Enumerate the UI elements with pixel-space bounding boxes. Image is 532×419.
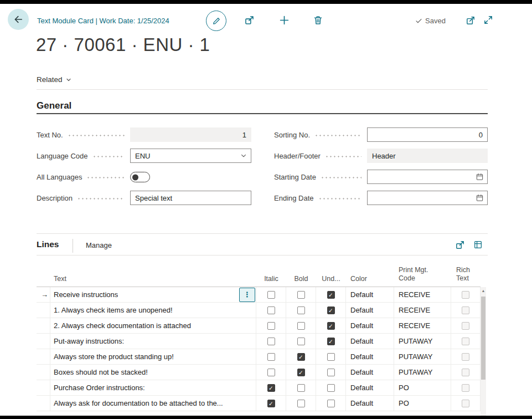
print-mgt-code-cell[interactable]: PUTAWAY (394, 365, 451, 380)
bold-checkbox[interactable] (297, 338, 305, 345)
starting-date-field[interactable] (367, 170, 488, 184)
table-row[interactable]: 1. Always check items are unopened!Defau… (37, 303, 481, 318)
expand-button[interactable] (483, 15, 493, 25)
row-selector-cell[interactable] (37, 380, 50, 396)
table-row[interactable]: Always ask for documentation to be attac… (37, 396, 481, 411)
print-mgt-code-cell[interactable]: RECEIVE (394, 303, 451, 318)
bold-checkbox[interactable] (297, 384, 305, 392)
print-mgt-code-cell[interactable]: PO (394, 396, 451, 411)
bold-checkbox[interactable] (297, 400, 305, 407)
row-selector-cell[interactable] (37, 396, 50, 411)
line-text-cell[interactable]: Purchase Order instructions: (50, 380, 256, 396)
back-button[interactable] (8, 9, 29, 30)
open-in-excel-button[interactable] (473, 240, 483, 249)
color-cell[interactable]: Default (346, 287, 394, 303)
print-mgt-code-cell[interactable]: PUTAWAY (394, 334, 451, 349)
column-header-rich-text[interactable]: Rich Text (451, 256, 481, 287)
color-cell[interactable]: Default (346, 365, 394, 380)
bold-checkbox[interactable] (297, 353, 305, 361)
calendar-icon[interactable] (476, 173, 484, 181)
color-cell[interactable]: Default (346, 318, 394, 334)
rich-text-checkbox[interactable] (462, 306, 469, 314)
italic-checkbox[interactable] (267, 322, 275, 330)
italic-checkbox[interactable] (267, 338, 275, 345)
row-selector-cell[interactable] (37, 318, 50, 334)
table-row[interactable]: →Receive instructions⋮DefaultRECEIVE (37, 287, 481, 303)
italic-checkbox[interactable] (267, 353, 275, 361)
description-field[interactable]: Special text (130, 191, 251, 205)
table-row[interactable]: Always store the product standing up!Def… (37, 349, 481, 365)
underline-checkbox[interactable] (327, 306, 335, 314)
manage-menu[interactable]: Manage (86, 241, 112, 249)
scrollbar-thumb[interactable] (481, 297, 485, 380)
italic-checkbox[interactable] (267, 291, 275, 299)
bold-checkbox[interactable] (297, 369, 305, 376)
row-selector-cell[interactable] (37, 349, 50, 365)
table-row[interactable]: 2. Always check documentation is attache… (37, 318, 481, 334)
column-header-print-mgt-code[interactable]: Print Mgt. Code (394, 256, 451, 287)
column-header-text[interactable]: Text (50, 256, 256, 287)
line-text-cell[interactable]: 1. Always check items are unopened! (50, 303, 256, 318)
row-selector-cell[interactable]: → (37, 287, 50, 303)
color-cell[interactable]: Default (346, 396, 394, 411)
color-cell[interactable]: Default (346, 380, 394, 396)
sorting-no-field[interactable]: 0 (367, 127, 488, 142)
rich-text-checkbox[interactable] (462, 322, 469, 330)
table-scrollbar[interactable]: ▲ (481, 287, 486, 416)
row-selector-cell[interactable] (37, 303, 50, 318)
color-cell[interactable]: Default (346, 349, 394, 365)
print-mgt-code-cell[interactable]: RECEIVE (394, 287, 451, 303)
underline-checkbox[interactable] (327, 400, 335, 407)
line-text-cell[interactable]: Boxes should not be stacked! (50, 365, 256, 380)
table-row[interactable]: Purchase Order instructions:DefaultPO (37, 380, 481, 396)
underline-checkbox[interactable] (327, 353, 335, 361)
rich-text-checkbox[interactable] (462, 291, 469, 299)
scroll-up-icon[interactable]: ▲ (481, 289, 486, 293)
row-selector-cell[interactable] (37, 334, 50, 349)
row-options-button[interactable]: ⋮ (239, 288, 255, 302)
italic-checkbox[interactable] (267, 369, 275, 376)
edit-button[interactable] (206, 11, 226, 31)
underline-checkbox[interactable] (327, 338, 335, 345)
open-in-new-window-button[interactable] (466, 16, 476, 25)
italic-checkbox[interactable] (267, 306, 275, 314)
underline-checkbox[interactable] (327, 384, 335, 392)
rich-text-checkbox[interactable] (462, 369, 469, 376)
underline-checkbox[interactable] (327, 369, 335, 376)
new-button[interactable] (279, 15, 290, 25)
share-button[interactable] (244, 15, 255, 25)
row-selector-cell[interactable] (37, 365, 50, 380)
line-text-cell[interactable]: Receive instructions⋮ (50, 287, 256, 303)
line-text-cell[interactable]: 2. Always check documentation is attache… (50, 318, 256, 334)
bold-checkbox[interactable] (297, 322, 305, 330)
column-header-color[interactable]: Color (346, 256, 394, 287)
all-languages-toggle[interactable] (130, 172, 150, 182)
color-cell[interactable]: Default (346, 334, 394, 349)
delete-button[interactable] (313, 15, 323, 25)
rich-text-checkbox[interactable] (462, 400, 469, 407)
rich-text-checkbox[interactable] (462, 338, 469, 345)
calendar-icon[interactable] (476, 194, 484, 202)
italic-checkbox[interactable] (267, 400, 275, 407)
column-header-bold[interactable]: Bold (286, 256, 316, 287)
print-mgt-code-cell[interactable]: PUTAWAY (394, 349, 451, 365)
lines-share-button[interactable] (455, 240, 465, 250)
column-header-italic[interactable]: Italic (256, 256, 286, 287)
table-row[interactable]: Boxes should not be stacked!DefaultPUTAW… (37, 365, 481, 380)
table-row[interactable]: Put-away instructions:DefaultPUTAWAY (37, 334, 481, 349)
related-menu[interactable]: Related (37, 75, 72, 84)
color-cell[interactable]: Default (346, 303, 394, 318)
column-header-underline[interactable]: Und... (316, 256, 346, 287)
print-mgt-code-cell[interactable]: PO (394, 380, 451, 396)
print-mgt-code-cell[interactable]: RECEIVE (394, 318, 451, 334)
rich-text-checkbox[interactable] (462, 353, 469, 361)
italic-checkbox[interactable] (267, 384, 275, 392)
rich-text-checkbox[interactable] (462, 384, 469, 392)
chevron-down-icon[interactable] (240, 152, 247, 160)
language-code-select[interactable]: ENU (130, 149, 251, 163)
line-text-cell[interactable]: Put-away instructions: (50, 334, 256, 349)
bold-checkbox[interactable] (297, 291, 305, 299)
ending-date-field[interactable] (367, 191, 488, 205)
bold-checkbox[interactable] (297, 306, 305, 314)
line-text-cell[interactable]: Always ask for documentation to be attac… (50, 396, 256, 411)
